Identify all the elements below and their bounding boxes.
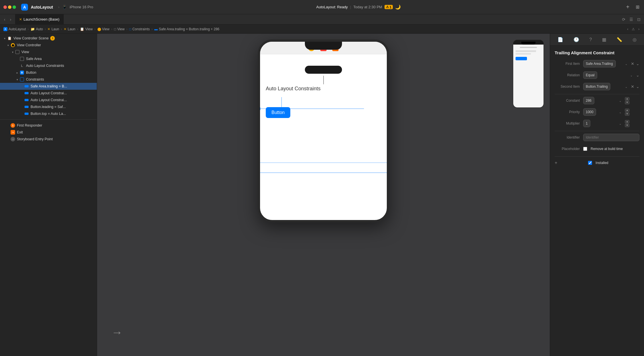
sidebar-item-button[interactable]: ▸ B Button: [0, 69, 97, 76]
breadcrumb-item-view2[interactable]: ⬤ View: [97, 27, 110, 31]
breadcrumb-item-view3[interactable]: □ View: [114, 27, 124, 31]
installed-checkbox[interactable]: [588, 161, 592, 165]
safe-area-label: Safe Area: [26, 57, 42, 61]
priority-stepper: ▲ ▼: [625, 109, 629, 116]
breadcrumb-item-autolayout[interactable]: A AutoLayout: [3, 27, 26, 31]
identifier-value: [583, 134, 639, 141]
constraint-handle-v: [260, 107, 260, 110]
iphone-pill: [305, 66, 342, 74]
canvas-button[interactable]: Button: [266, 107, 290, 118]
sidebar: ▾ 📋 View Controller Scene ! ▾ ⬤ View Con…: [0, 34, 97, 356]
sidebar-item-view-controller[interactable]: ▾ ⬤ View Controller: [0, 42, 97, 49]
breadcrumb-nav: ‹ ⚠ ›: [626, 27, 641, 32]
multiplier-down-button[interactable]: ▼: [625, 124, 629, 127]
bc-prev-button[interactable]: ‹: [626, 27, 629, 32]
constant-up-button[interactable]: ▲: [625, 97, 629, 101]
field-row-relation: Relation Equal ⌄: [555, 71, 639, 79]
installed-plus-button[interactable]: +: [555, 160, 557, 165]
rp-grid-btn[interactable]: ▦: [600, 36, 609, 43]
first-item-label: First Item: [555, 62, 583, 66]
dark-mode-icon[interactable]: 🌙: [395, 4, 401, 10]
window-layout-button[interactable]: ⊞: [635, 3, 641, 11]
tab-launch-screen[interactable]: ✕ LaunchScreen (Base): [15, 14, 64, 24]
sidebar-item-view[interactable]: ▾ View: [0, 49, 97, 55]
list-view-button[interactable]: ☰: [628, 16, 634, 23]
multiplier-select[interactable]: 1: [583, 120, 590, 127]
split-view-button[interactable]: ⊡: [636, 16, 642, 23]
placeholder-checkbox[interactable]: [583, 147, 587, 151]
priority-down-button[interactable]: ▼: [625, 112, 629, 116]
bc-warning-button[interactable]: ⚠: [631, 27, 636, 32]
second-item-dropdown-icon[interactable]: ⌄: [636, 84, 639, 89]
sidebar-item-alc-1[interactable]: ▸ Auto Layout Constrai...: [0, 90, 97, 97]
first-item-clear-icon[interactable]: ✕: [631, 61, 634, 66]
canvas-label-area: Auto Layout Constraints: [266, 86, 381, 92]
sidebar-item-first-responder[interactable]: ▸ 1 First Responder: [0, 122, 97, 129]
refresh-button[interactable]: ⟳: [621, 16, 627, 23]
sidebar-item-auto-layout[interactable]: ▸ L Auto Layout Constraints: [0, 62, 97, 69]
fr-label: First Responder: [17, 123, 42, 127]
main-layout: ▾ 📋 View Controller Scene ! ▾ ⬤ View Con…: [0, 34, 644, 356]
first-item-dropdown-icon[interactable]: ⌄: [636, 61, 639, 66]
tab-bar: ‹ › ✕ LaunchScreen (Base) ⟳ ☰ ⊡: [0, 14, 644, 25]
nav-forward-button[interactable]: ›: [8, 16, 13, 23]
field-row-identifier: Identifier: [555, 133, 639, 141]
sidebar-divider: [0, 119, 97, 120]
sidebar-item-constraints[interactable]: ▾ Constraints: [0, 76, 97, 83]
sidebar-item-alc-2[interactable]: ▸ Auto Layout Constrai...: [0, 97, 97, 103]
status-time: Today at 2:30 PM: [353, 5, 382, 9]
button-arrow: ▸: [15, 71, 19, 74]
breadcrumb-item-view1[interactable]: 📋 View: [80, 27, 93, 31]
sidebar-item-exit[interactable]: ▸ ↪ Exit: [0, 129, 97, 136]
rp-clock-btn[interactable]: 🕐: [571, 36, 581, 43]
rp-file-btn[interactable]: 📄: [555, 36, 565, 43]
priority-label: Priority: [555, 110, 583, 114]
add-button[interactable]: +: [624, 3, 632, 11]
constant-down-button[interactable]: ▼: [625, 101, 629, 104]
bl-icon: [24, 104, 29, 109]
breadcrumb-item-constraints[interactable]: □ Constraints: [129, 27, 150, 31]
sidebar-item-safe-area[interactable]: ▸ Safe Area: [0, 55, 97, 62]
relation-select[interactable]: Equal: [583, 71, 597, 79]
tab-close-icon[interactable]: ✕: [19, 17, 22, 21]
multiplier-up-button[interactable]: ▲: [625, 120, 629, 123]
scene-icon: 📋: [7, 36, 12, 41]
maximize-window-button[interactable]: [13, 5, 16, 9]
first-item-select[interactable]: Safe Area.Trailing: [583, 60, 616, 67]
warning-badge[interactable]: ⚠ 1: [385, 5, 393, 9]
breadcrumb-item-safe-area[interactable]: ▬ Safe Area.trailing = Button.trailing +…: [154, 27, 219, 31]
sidebar-item-scene[interactable]: ▾ 📋 View Controller Scene !: [0, 35, 97, 42]
field-row-first-item: First Item Safe Area.Trailing ✕ ⌄: [555, 60, 639, 68]
second-item-select[interactable]: Button.Trailing: [583, 83, 610, 90]
bc-next-button[interactable]: ›: [637, 27, 641, 32]
nav-back-button[interactable]: ‹: [2, 16, 7, 23]
relation-dropdown-icon[interactable]: ⌄: [636, 73, 639, 77]
alc-icon: L: [19, 63, 25, 68]
second-item-clear-icon[interactable]: ✕: [631, 84, 634, 89]
field-row-constant: Constant 286 ▲ ▼: [555, 97, 639, 105]
scene-label: View Controller Scene: [13, 36, 49, 40]
constant-value: 286 ▲ ▼: [583, 97, 639, 104]
sidebar-item-safe-area-trailing[interactable]: ▸ Safe Area.trailing = B...: [0, 83, 97, 90]
rp-alt-btn[interactable]: ◎: [630, 36, 639, 43]
rp-ruler-btn[interactable]: 📏: [614, 36, 625, 43]
scene-badge: !: [50, 36, 55, 41]
close-window-button[interactable]: [3, 5, 7, 9]
constraints-icon: [19, 77, 25, 82]
priority-select[interactable]: 1000: [583, 108, 596, 116]
priority-up-button[interactable]: ▲: [625, 109, 629, 112]
bc-square-icon-1: □: [114, 27, 116, 31]
breadcrumb-item-laun1[interactable]: ✕ Laun: [47, 27, 59, 31]
vc-label: View Controller: [17, 43, 41, 47]
sidebar-item-button-top[interactable]: ▸ Button.top = Auto La...: [0, 110, 97, 117]
sidebar-item-entry[interactable]: ▸ → Storyboard Entry Point: [0, 136, 97, 143]
sidebar-item-button-leading[interactable]: ▸ Button.leading = Saf...: [0, 103, 97, 110]
identifier-input[interactable]: [583, 134, 639, 141]
constant-select[interactable]: 286: [583, 97, 594, 104]
breadcrumb-item-laun2[interactable]: ✕ Laun: [64, 27, 75, 31]
bc-app-icon: A: [3, 27, 7, 31]
rp-question-btn[interactable]: ?: [587, 36, 594, 43]
breadcrumb-item-auto[interactable]: 📁 Auto: [31, 27, 43, 31]
minimize-window-button[interactable]: [8, 5, 11, 9]
bt-label: Button.top = Auto La...: [31, 112, 66, 116]
